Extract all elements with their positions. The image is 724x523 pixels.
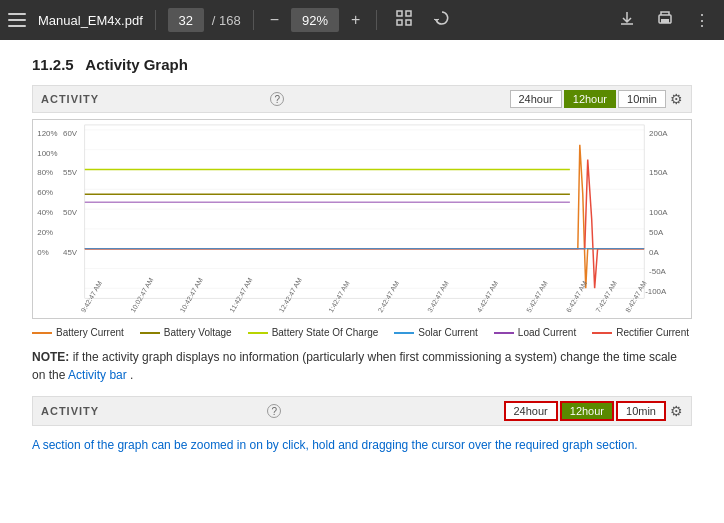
svg-text:150A: 150A xyxy=(649,168,668,177)
svg-text:50V: 50V xyxy=(63,208,78,217)
activity-graph: 120% 100% 80% 60% 40% 20% 0% 60V 55V 50V… xyxy=(32,119,692,319)
activity-settings-button[interactable]: ⚙ xyxy=(670,91,683,107)
legend-label-rectifier-current: Rectifier Current xyxy=(616,327,689,338)
pdf-content: 11.2.5 Activity Graph ACTIVITY ? 24hour … xyxy=(0,40,724,523)
svg-text:-50A: -50A xyxy=(649,267,666,276)
time-24hour-button[interactable]: 24hour xyxy=(510,90,562,108)
legend-line-load-current xyxy=(494,332,514,334)
legend-label-battery-soc: Battery State Of Charge xyxy=(272,327,379,338)
svg-text:20%: 20% xyxy=(37,228,53,237)
activity-label-2: ACTIVITY xyxy=(41,405,263,417)
activity-help-icon-1[interactable]: ? xyxy=(270,92,284,106)
svg-text:45V: 45V xyxy=(63,248,78,257)
svg-text:0A: 0A xyxy=(649,248,659,257)
legend-line-battery-voltage xyxy=(140,332,160,334)
legend-line-battery-soc xyxy=(248,332,268,334)
legend-label-battery-current: Battery Current xyxy=(56,327,124,338)
activity-bar-2: ACTIVITY ? 24hour 12hour 10min ⚙ xyxy=(32,396,692,426)
activity-label-1: ACTIVITY xyxy=(41,93,266,105)
activity-bar-link[interactable]: Activity bar xyxy=(68,368,127,382)
legend-solar-current: Solar Current xyxy=(394,327,477,338)
section-title-text: Activity Graph xyxy=(85,56,188,73)
svg-text:100%: 100% xyxy=(37,149,57,158)
time-12hour-button[interactable]: 12hour xyxy=(564,90,616,108)
svg-text:100A: 100A xyxy=(649,208,668,217)
divider-1 xyxy=(155,10,156,30)
divider-3 xyxy=(376,10,377,30)
svg-rect-2 xyxy=(397,20,402,25)
print-button[interactable] xyxy=(650,7,680,33)
svg-rect-0 xyxy=(397,11,402,16)
toolbar-right: ⋮ xyxy=(612,7,716,33)
legend-load-current: Load Current xyxy=(494,327,576,338)
svg-text:40%: 40% xyxy=(37,208,53,217)
bottom-paragraph: A section of the graph can be zoomed in … xyxy=(32,436,692,454)
svg-rect-1 xyxy=(406,11,411,16)
svg-text:0%: 0% xyxy=(37,248,48,257)
more-options-button[interactable]: ⋮ xyxy=(688,9,716,32)
graph-legend: Battery Current Battery Voltage Battery … xyxy=(32,327,692,338)
svg-text:80%: 80% xyxy=(37,168,53,177)
note-end-text: . xyxy=(130,368,133,382)
legend-label-load-current: Load Current xyxy=(518,327,576,338)
page-number-input[interactable] xyxy=(168,8,204,32)
section-heading: 11.2.5 Activity Graph xyxy=(32,56,692,73)
svg-text:60%: 60% xyxy=(37,188,53,197)
zoom-input[interactable] xyxy=(291,8,339,32)
legend-label-battery-voltage: Battery Voltage xyxy=(164,327,232,338)
note-paragraph: Note: if the activity graph displays no … xyxy=(32,348,692,384)
download-button[interactable] xyxy=(612,7,642,33)
legend-line-rectifier-current xyxy=(592,332,612,334)
legend-rectifier-current: Rectifier Current xyxy=(592,327,689,338)
legend-battery-soc: Battery State Of Charge xyxy=(248,327,379,338)
time-10min-button[interactable]: 10min xyxy=(618,90,666,108)
svg-text:60V: 60V xyxy=(63,129,78,138)
filename-label: Manual_EM4x.pdf xyxy=(38,13,143,28)
fit-page-button[interactable] xyxy=(389,7,419,33)
legend-battery-current: Battery Current xyxy=(32,327,124,338)
svg-rect-6 xyxy=(661,19,669,23)
legend-label-solar-current: Solar Current xyxy=(418,327,477,338)
toolbar: Manual_EM4x.pdf / 168 − + ⋮ xyxy=(0,0,724,40)
svg-text:50A: 50A xyxy=(649,228,664,237)
time-24hour-button-2[interactable]: 24hour xyxy=(504,401,558,421)
legend-line-solar-current xyxy=(394,332,414,334)
time-10min-button-2[interactable]: 10min xyxy=(616,401,666,421)
svg-text:200A: 200A xyxy=(649,129,668,138)
svg-text:-100A: -100A xyxy=(645,287,667,296)
svg-text:120%: 120% xyxy=(37,129,57,138)
hamburger-menu[interactable] xyxy=(8,13,26,27)
graph-svg: 120% 100% 80% 60% 40% 20% 0% 60V 55V 50V… xyxy=(33,120,691,318)
note-body-text: if the activity graph displays no inform… xyxy=(32,350,677,382)
divider-2 xyxy=(253,10,254,30)
note-bold-label: Note: xyxy=(32,350,69,364)
page-total-label: / 168 xyxy=(212,13,241,28)
time-12hour-button-2[interactable]: 12hour xyxy=(560,401,614,421)
svg-rect-3 xyxy=(406,20,411,25)
zoom-in-button[interactable]: + xyxy=(347,9,364,31)
time-buttons-2: 24hour 12hour 10min xyxy=(504,401,667,421)
legend-line-battery-current xyxy=(32,332,52,334)
rotate-button[interactable] xyxy=(427,7,457,33)
activity-bar-1: ACTIVITY ? 24hour 12hour 10min ⚙ xyxy=(32,85,692,113)
svg-text:55V: 55V xyxy=(63,168,78,177)
legend-battery-voltage: Battery Voltage xyxy=(140,327,232,338)
activity-help-icon-2[interactable]: ? xyxy=(267,404,281,418)
time-buttons-1: 24hour 12hour 10min xyxy=(510,90,667,108)
activity-settings-button-2[interactable]: ⚙ xyxy=(670,403,683,419)
zoom-out-button[interactable]: − xyxy=(266,9,283,31)
section-number: 11.2.5 xyxy=(32,56,74,73)
